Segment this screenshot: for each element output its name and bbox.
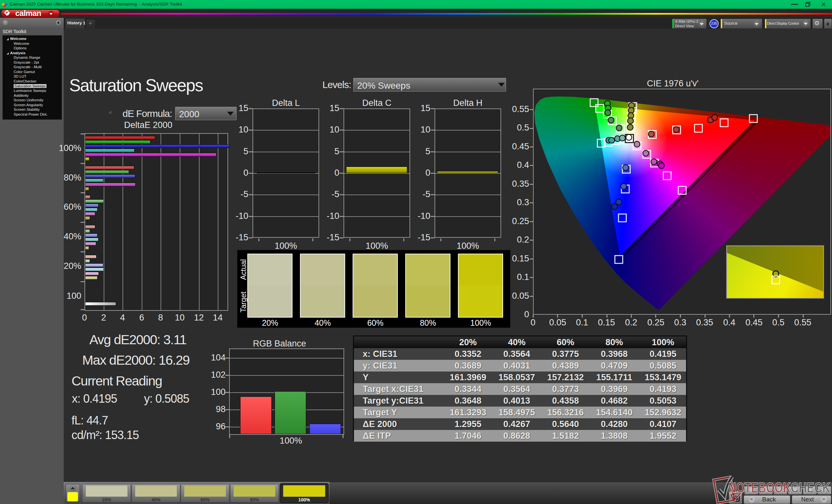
svg-text:CHECK: CHECK [791, 480, 830, 496]
svg-text:NOTEBOOK: NOTEBOOK [728, 480, 791, 496]
